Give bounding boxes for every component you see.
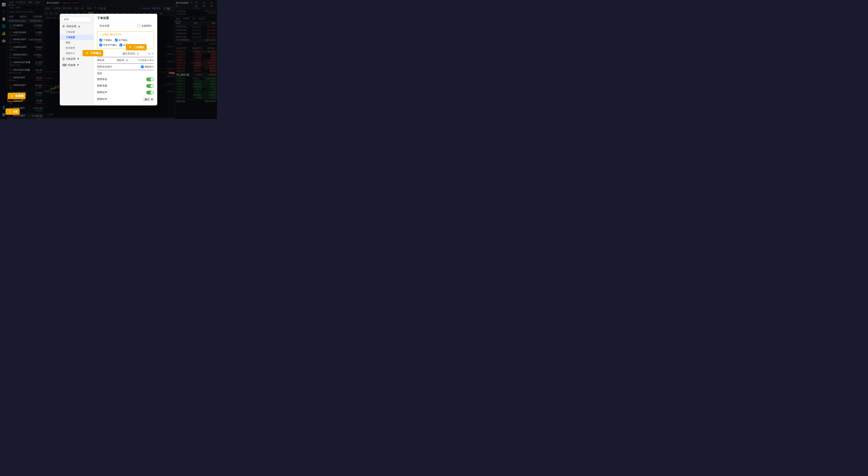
modal-search-input[interactable] [62, 17, 91, 22]
annotation-2: 2 快捷键 [8, 93, 26, 99]
modal-nav: ⚙ 系统设置 ▲ 下单设置 下单设置 预警 快讯审查 消息中心 ☰ K线设置 ▼… [60, 14, 94, 105]
shortcut-icon: ⌨ [62, 63, 66, 67]
confirm-allcancel-cb[interactable] [120, 44, 122, 46]
queue-label: 排队价 [97, 59, 117, 62]
confirm-check-reverse: 反手确认 [115, 38, 128, 42]
annotation-1: 1 设置 [5, 108, 20, 115]
modal-nav-order[interactable]: 下单设置 [60, 29, 93, 35]
position-auth-label: 授权统计 [145, 65, 154, 68]
queue-price-row: 排队价 排队价 个价格最小单位 [97, 58, 154, 63]
security-section: 安全设置 交易密码 [97, 23, 154, 29]
confirm-order-label: 下单确认 [103, 38, 112, 42]
kchart-icon: ☰ [62, 57, 65, 61]
position-row: 现货仓位统计 授权统计 [97, 64, 154, 69]
alert-push-row: 预警推送 [97, 76, 154, 83]
system-icon: ⚙ [62, 25, 65, 28]
annotation-2-text: 快捷键 [15, 94, 24, 97]
annotation-3: 3 下单确认 [83, 50, 103, 56]
settings-modal: ⚙ 系统设置 ▲ 下单设置 下单设置 预警 快讯审查 消息中心 ☰ K线设置 ▼… [60, 14, 157, 105]
kchart-label: K线设置 [66, 57, 76, 61]
alert-sound-row: 预警铃声 [97, 89, 154, 96]
system-label: 系统设置 [66, 25, 76, 28]
badge-4: 4 [128, 45, 133, 49]
confirm-check-order: 下单确认 [99, 38, 112, 42]
annotation-4-text: 二次确认 [133, 45, 145, 49]
modal-content-title: 下单设置 [97, 16, 154, 20]
security-controls: 交易密码 [137, 24, 152, 28]
position-label: 现货仓位统计 [97, 65, 141, 69]
overprice-pct-label: 超出百分比 [123, 52, 135, 56]
alert-sound-toggle[interactable] [146, 91, 154, 95]
modal-nav-shortcut[interactable]: ⌨ 快捷键 ▼ [60, 62, 93, 68]
overprice-unit: % [148, 53, 151, 55]
badge-1: 1 [8, 109, 12, 114]
confirm-reverse-cb[interactable] [115, 39, 118, 41]
alert-push-toggle[interactable] [146, 77, 154, 81]
confirm-reverse-label: 反手确认 [119, 38, 128, 42]
position-controls: 授权统计 [141, 65, 154, 68]
queue-unit: 个价格最小单位 [137, 59, 154, 62]
modal-content: 下单设置 安全设置 交易密码 二次确认(建议开启) 下单确认 [94, 14, 157, 105]
alert-ringtone-select[interactable]: 默认 [143, 97, 154, 101]
queue-input[interactable] [125, 59, 136, 62]
alerts-section-title: 预警 [97, 72, 154, 75]
security-label: 安全设置 [99, 24, 110, 28]
sep-1 [97, 57, 154, 57]
confirm-row-main: 下单确认 反手确认 [99, 38, 152, 42]
overprice-controls: 超出百分比 % ⇅ [123, 52, 154, 56]
position-cb[interactable] [141, 65, 144, 68]
kchart-expand-icon: ▼ [77, 57, 80, 60]
order-confirm-title: 二次确认(建议开启) [99, 33, 152, 36]
queue-controls: 排队价 个价格最小单位 [117, 59, 154, 62]
modal-nav-quicknews[interactable]: 快讯审查 [60, 45, 93, 50]
shortcut-label: 快捷键 [68, 63, 75, 67]
modal-overlay: ⚙ 系统设置 ▲ 下单设置 下单设置 预警 快讯审查 消息中心 ☰ K线设置 ▼… [0, 0, 217, 119]
modal-nav-kchart[interactable]: ☰ K线设置 ▼ [60, 56, 93, 62]
alert-ringtone-row: 预警铃声 默认 [97, 96, 154, 103]
trade-pwd-label: 交易密码 [141, 24, 152, 28]
confirm-mktclose-cb[interactable] [99, 44, 102, 46]
system-expand-icon: ▲ [78, 25, 80, 28]
overprice-stepper[interactable]: ⇅ [151, 52, 154, 56]
badge-3: 3 [85, 51, 89, 56]
badge-2: 2 [10, 94, 14, 98]
alert-sound-label: 预警铃声 [97, 91, 107, 94]
alert-push-label: 预警推送 [97, 77, 107, 81]
overprice-input[interactable] [136, 52, 147, 56]
annotation-3-text: 下单确认 [90, 52, 101, 55]
alert-popup-label: 预警弹窗 [97, 84, 107, 88]
confirm-check-mktclose: 市价全平确认 [99, 43, 117, 46]
alert-ringtone-label: 预警铃声 [97, 97, 107, 101]
modal-nav-alert[interactable]: 预警 [60, 40, 93, 45]
queue-pct-label: 排队价 [117, 59, 124, 62]
main-container: 📊 🕯 📋 🌐 💰 🤖 ⋯ 👤 ⚙️ 自选 平台排名 指数 板块 自选1 自选2… [0, 0, 217, 119]
modal-nav-system[interactable]: ⚙ 系统设置 ▲ [60, 23, 93, 29]
alert-popup-row: 预警弹窗 [97, 83, 154, 89]
alert-popup-toggle[interactable] [146, 84, 154, 88]
confirm-mktclose-label: 市价全平确认 [103, 43, 117, 46]
annotation-4: 4 二次确认 [126, 44, 147, 50]
trade-pwd-checkbox[interactable] [137, 25, 140, 27]
modal-search-section [60, 15, 93, 23]
overprice-row: 超价 超出百分比 % ⇅ [97, 51, 154, 57]
modal-nav-order-active[interactable]: 下单设置 [60, 35, 93, 40]
annotation-1-text: 设置 [13, 110, 18, 113]
shortcut-expand-icon: ▼ [77, 64, 79, 67]
confirm-order-cb[interactable] [99, 39, 102, 41]
